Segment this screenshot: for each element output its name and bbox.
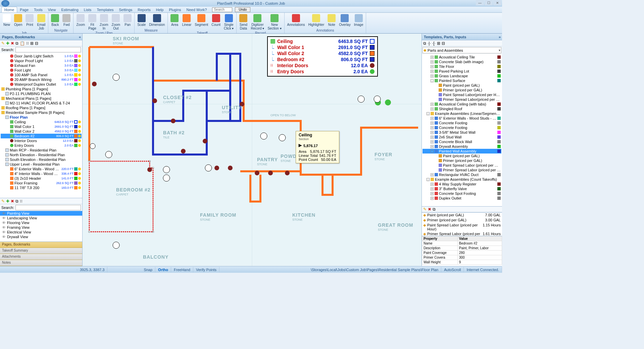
bulb-icon[interactable] <box>78 182 81 184</box>
bulb-icon[interactable] <box>78 78 81 81</box>
drawing-canvas[interactable]: 113 110 2 113 106 109 105 104 108 102 10… <box>83 34 422 266</box>
tree-item[interactable]: Waterproof Duplex Outlet1.0 EA <box>1 82 82 87</box>
ribbon-scale-button[interactable]: Scale <box>136 13 147 28</box>
tree-item[interactable]: Interior Doors12.0 EA <box>1 138 82 143</box>
mode-ortho[interactable]: Ortho <box>155 267 171 272</box>
ribbon-fwd-button[interactable]: Fwd <box>61 13 72 28</box>
menu-tab-estimating[interactable]: Estimating <box>58 7 81 12</box>
bulb-icon[interactable] <box>78 144 81 147</box>
view-item[interactable]: 👁Landscaping View <box>0 216 82 220</box>
template-item[interactable]: +Paved Parking Lot <box>423 69 501 74</box>
ribbon-new-button[interactable]: New <box>1 13 12 31</box>
mode-verify points[interactable]: Verify Points <box>193 267 219 272</box>
views-delete-icon[interactable]: ✖ <box>11 199 14 204</box>
expand-toggle[interactable]: + <box>431 56 434 59</box>
pages-tree[interactable]: Door Jamb Light Switch1.0 EAVapor Proof … <box>0 53 82 198</box>
tree-item[interactable]: Vapor Proof Light1.0 EA <box>1 58 82 63</box>
ribbon-note-button[interactable]: Note <box>326 13 337 28</box>
views-list[interactable]: 👁Painting View👁Landscaping View👁Flooring… <box>0 211 82 242</box>
tree-item[interactable]: North Elevation - Residential Plan <box>1 152 82 157</box>
templates-tree[interactable]: +Acoustical Ceiling Tile+Concrete Slab (… <box>422 54 502 206</box>
ribbon-linear-button[interactable]: Linear <box>181 13 193 31</box>
r-expand-icon[interactable]: ⊞ <box>437 41 440 46</box>
tree-item[interactable]: M2-11 HVAC FLOOR PLANS & T-24 <box>1 101 82 105</box>
expand-toggle[interactable]: - <box>427 112 430 115</box>
undo-button[interactable]: Undo <box>235 7 250 12</box>
bl-copy-icon[interactable]: ⧉ <box>433 207 436 212</box>
expand-toggle[interactable]: + <box>431 197 434 200</box>
ribbon-highlighter-button[interactable]: Highlighter <box>307 13 326 28</box>
right-collapse-icon[interactable]: » <box>499 35 501 39</box>
summary-row[interactable]: ◆Paint Spread Labor (priced per Hour)1.1… <box>422 223 502 231</box>
ribbon-send-data-button[interactable]: SendData <box>238 13 249 31</box>
bulb-icon[interactable] <box>78 83 81 86</box>
template-item[interactable]: Paint Spread Labor (priced per Hour) <box>423 163 501 168</box>
ribbon-open-button[interactable]: Open <box>13 13 23 31</box>
expand-toggle[interactable]: + <box>431 173 434 176</box>
collapse-tree-icon[interactable]: ⊟ <box>35 41 38 46</box>
template-item[interactable]: Paint (priced per GAL) <box>423 154 501 158</box>
menu-tab-lists[interactable]: Lists <box>81 7 94 12</box>
prop-row[interactable]: Primer Covera300 <box>422 255 502 260</box>
expand-toggle[interactable]: + <box>431 136 434 139</box>
view-item[interactable]: 👁Electrical View <box>0 230 82 234</box>
template-item[interactable]: +Drywall Assembly <box>423 144 501 149</box>
ribbon-back-button[interactable]: Back <box>50 13 60 28</box>
ribbon-zoom-button[interactable]: Zoom <box>75 13 86 31</box>
ribbon-segment-button[interactable]: Segment <box>193 13 209 31</box>
summary-row[interactable]: ◆Primer Spread Labor (priced per Hour)1.… <box>422 231 502 236</box>
views-add-icon[interactable]: ✚ <box>6 199 9 204</box>
accordion-pages-bookmarks[interactable]: Pages, Bookmarks <box>0 242 82 248</box>
bulb-icon[interactable] <box>78 59 81 62</box>
add-icon[interactable]: ✚ <box>6 41 9 46</box>
expand-toggle[interactable]: + <box>431 140 434 143</box>
view-item[interactable]: 👁Framing View <box>0 225 82 230</box>
bulb-icon[interactable] <box>78 139 81 142</box>
menu-tab-tools[interactable]: Tools <box>31 7 45 12</box>
tree-item[interactable]: 6" Exterior Walls - Wood Stu...220.0 FT <box>1 167 82 171</box>
views-search-input[interactable] <box>15 205 81 210</box>
template-item[interactable]: +Tile Floor <box>423 64 501 69</box>
ribbon-count-button[interactable]: Count <box>210 13 222 31</box>
accordion-notes[interactable]: Notes <box>0 260 82 266</box>
bulb-icon[interactable] <box>78 135 81 137</box>
parts-dropdown[interactable]: ◆Parts and Assemblies <box>423 47 501 53</box>
mode-freehand[interactable]: FreeHand <box>171 267 193 272</box>
r-copy-icon[interactable]: ⧉ <box>423 41 426 46</box>
tree-item[interactable]: Ceiling6463.8 SQ FT <box>1 120 82 124</box>
prop-row[interactable]: Paint Coverage280 <box>422 251 502 255</box>
tree-item[interactable]: South Elevation - Residential Plan <box>1 157 82 162</box>
menu-tab-page[interactable]: Page <box>17 7 31 12</box>
ribbon-print-button[interactable]: Print <box>24 13 35 31</box>
ribbon-digitizer-record--button[interactable]: DigitizerRecord ▾ <box>249 13 265 31</box>
template-item[interactable]: Primer Spread Labor(priced per Hour) <box>423 97 501 102</box>
tree-item[interactable]: 4" Interior Walls - Wood Stud338.4 FT <box>1 171 82 176</box>
summary-row[interactable]: ◆Primer (priced per GAL)3.00 GAL <box>422 218 502 223</box>
summary-row[interactable]: ◆Paint (priced per GAL)7.00 GAL <box>422 213 502 218</box>
expand-toggle[interactable]: + <box>431 60 434 63</box>
ribbon-area-button[interactable]: Area <box>169 13 180 31</box>
menu-tab-need-work-[interactable]: Need Work? <box>184 7 210 12</box>
tree-item[interactable]: Floor Plan <box>1 115 82 120</box>
template-item[interactable]: Paint Spread Labor(priced per Hour) <box>423 92 501 97</box>
expand-toggle[interactable]: + <box>431 65 434 68</box>
menu-tab-reports[interactable]: Reports <box>135 7 153 12</box>
expand-toggle[interactable]: + <box>431 107 434 111</box>
bulb-icon[interactable] <box>78 121 81 123</box>
bulb-icon[interactable] <box>78 177 81 180</box>
tree-item[interactable]: 100 AMP Sub Panel1.0 EA <box>1 73 82 77</box>
tree-item[interactable]: Mechanical Plans [1 Pages] <box>1 96 82 101</box>
view-item[interactable]: 👁Painting View <box>0 211 82 216</box>
bulb-icon[interactable] <box>78 125 81 128</box>
expand-toggle[interactable]: - <box>431 150 434 153</box>
menu-tab-plugins[interactable]: Plugins <box>166 7 184 12</box>
ribbon-single-click--button[interactable]: SingleClick ▾ <box>222 13 235 31</box>
accordion-attachments[interactable]: Attachments <box>0 254 82 260</box>
template-item[interactable]: Paint (priced per GAL) <box>423 83 501 88</box>
template-item[interactable]: +Concrete Slab (with image) <box>423 59 501 64</box>
expand-toggle[interactable]: + <box>431 122 434 125</box>
template-item[interactable]: +4 Way Supply Register <box>423 182 501 186</box>
template-item[interactable]: +Acoustical Ceiling Tile <box>423 55 501 59</box>
view-item[interactable]: 👁Flooring View <box>0 220 82 225</box>
bl-del-icon[interactable]: ✖ <box>428 207 431 212</box>
